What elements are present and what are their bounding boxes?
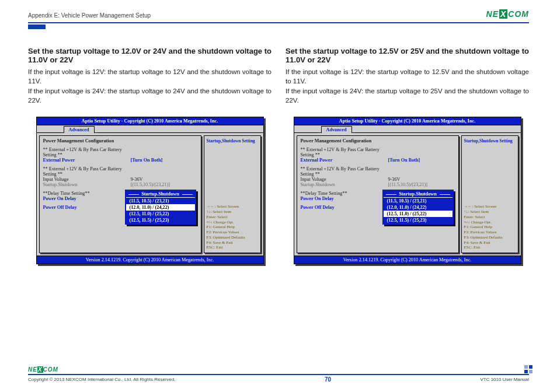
help-line: F3: Optimized Defaults <box>464 235 516 240</box>
right-paragraph-2: If the input voltage is 24V: the startup… <box>286 87 529 105</box>
input-voltage-value: 9-36V <box>131 177 143 182</box>
help-line: ESC: Exit <box>464 245 516 250</box>
bios-tabbar: Advanced <box>37 125 263 133</box>
help-line: F1: General Help <box>207 225 258 230</box>
bios-body: Power Management Configuration ** Extern… <box>37 133 263 256</box>
footer-rule <box>28 374 529 375</box>
delay-heading: **Delay Time Setting** <box>301 191 388 196</box>
help-line: F4: Save & Exit <box>207 240 258 246</box>
manual-name: VTC 1010 User Manual <box>480 377 529 382</box>
bios-window: Aptio Setup Utility - Copyright (C) 2010… <box>36 117 264 264</box>
startup-shutdown-label[interactable]: Startup.Shutdown <box>301 182 388 187</box>
help-line: F3: Optimized Defaults <box>207 235 258 240</box>
ext-heading-1: ** External +12V & By Pass Car Battery S… <box>301 147 388 158</box>
power-on-delay[interactable]: Power On Delay <box>43 196 131 201</box>
logo-small-com: COM <box>43 366 58 373</box>
bios-body: Power Management Configuration ** Extern… <box>294 133 521 256</box>
external-power-value[interactable]: [Turn On Both] <box>131 158 163 163</box>
help-line: Enter: Select <box>464 215 516 220</box>
left-paragraph-2: If the input voltage is 24V: the startup… <box>28 87 271 105</box>
external-power-value[interactable]: [Turn On Both] <box>388 158 420 163</box>
startup-shutdown-popup[interactable]: Startup.Shutdown (11.5, 10.5) / (23,21)(… <box>125 190 196 225</box>
help-line: ESC: Exit <box>207 245 258 250</box>
bios-left-pane: Power Management Configuration ** Extern… <box>297 135 459 253</box>
page-header: Appendix E: Vehicle Power Management Set… <box>0 0 557 21</box>
pm-config-title: Power Management Configuration <box>43 138 197 144</box>
help-line: F4: Save & Exit <box>464 240 516 246</box>
logo-part-com: COM <box>508 9 529 19</box>
external-power-label[interactable]: External Power <box>301 158 388 163</box>
popup-option[interactable]: (12.5, 11.5) / (25,23) <box>384 217 452 223</box>
help-line: ↑↓: Select Item <box>464 209 516 215</box>
bios-footer: Version 2.14.1219. Copyright (C) 2010 Am… <box>37 256 263 264</box>
pm-config-title: Power Management Configuration <box>301 138 455 144</box>
popup-option[interactable]: (12.5, 11.0) / (25,22) <box>384 211 452 217</box>
help-line: +/-: Change Opt. <box>207 220 258 225</box>
nexcom-logo: NEXCOM <box>486 9 529 19</box>
right-pane-title: Startup,Shutdown Setting <box>207 138 258 144</box>
bios-tab-advanced[interactable]: Advanced <box>321 126 352 133</box>
startup-shutdown-value: [(11.5,10.5)/(23,21)] <box>388 182 427 187</box>
logo-small-ne: NE <box>28 366 37 373</box>
bios-tab-advanced[interactable]: Advanced <box>64 126 95 133</box>
bios-screenshot-right: Aptio Setup Utility - Copyright (C) 2010… <box>294 117 521 264</box>
bios-titlebar: Aptio Setup Utility - Copyright (C) 2010… <box>37 117 263 125</box>
bios-right-pane: Startup,Shutdown Setting →←: Select Scre… <box>204 135 261 253</box>
power-off-delay[interactable]: Power Off Delay <box>43 205 131 210</box>
bios-window: Aptio Setup Utility - Copyright (C) 2010… <box>294 117 521 264</box>
popup-option[interactable]: (11.5, 10.5) / (23,21) <box>126 198 195 204</box>
bios-screenshot-left: Aptio Setup Utility - Copyright (C) 2010… <box>36 117 264 264</box>
popup-option[interactable]: (12.5, 11.5) / (25,23) <box>126 217 195 223</box>
logo-small-x: X <box>37 366 43 373</box>
ext-heading-2: ** External +12V & By Pass Car Battery S… <box>43 166 131 177</box>
help-line: F2: Previous Values <box>464 230 516 235</box>
startup-shutdown-popup[interactable]: Startup.Shutdown (11.5, 10.5) / (23,21)(… <box>382 190 454 225</box>
left-column: Set the startup voltage to 12.0V or 24V … <box>28 47 271 264</box>
ext-heading-1: ** External +12V & By Pass Car Battery S… <box>43 147 131 158</box>
help-line: Enter: Select <box>207 215 258 220</box>
power-on-delay[interactable]: Power On Delay <box>301 196 388 201</box>
page-number: 70 <box>325 376 331 383</box>
popup-option[interactable]: (11.5, 10.5) / (23,21) <box>384 198 452 204</box>
left-paragraph-1: If the input voltage is 12V: the startup… <box>28 68 271 86</box>
content-columns: Set the startup voltage to 12.0V or 24V … <box>0 29 557 264</box>
logo-part-x: X <box>499 9 507 19</box>
startup-shutdown-label[interactable]: Startup.Shutdown <box>43 182 131 187</box>
help-line: F1: General Help <box>464 225 516 230</box>
power-off-delay[interactable]: Power Off Delay <box>301 205 388 210</box>
bios-footer: Version 2.14.1219. Copyright (C) 2010 Am… <box>294 256 521 264</box>
help-line: F2: Previous Values <box>207 230 258 235</box>
help-line: ↑↓: Select Item <box>207 209 258 215</box>
right-pane-title: Startup,Shutdown Setting <box>464 138 516 144</box>
copyright-text: Copyright © 2013 NEXCOM International Co… <box>28 377 176 382</box>
popup-title: Startup.Shutdown <box>126 191 195 198</box>
delay-heading: **Delay Time Setting** <box>43 191 131 196</box>
input-voltage-label[interactable]: Input Voltage <box>43 177 131 182</box>
right-column: Set the startup voltage to 12.5V or 25V … <box>286 47 529 264</box>
popup-title: Startup.Shutdown <box>384 191 452 198</box>
bios-tabbar: Advanced <box>294 125 521 133</box>
bios-titlebar: Aptio Setup Utility - Copyright (C) 2010… <box>294 117 521 125</box>
help-line: +/-: Change Opt. <box>464 220 516 225</box>
help-line: →←: Select Screen <box>207 204 258 209</box>
input-voltage-value: 9-36V <box>388 177 401 182</box>
logo-part-ne: NE <box>486 9 499 19</box>
popup-option[interactable]: (12.5, 11.0) / (25,22) <box>126 211 195 217</box>
right-section-title: Set the startup voltage to 12.5V or 25V … <box>286 47 529 64</box>
help-key-list: →←: Select Screen↑↓: Select ItemEnter: S… <box>207 204 258 250</box>
help-line: →←: Select Screen <box>464 204 516 209</box>
bios-left-pane: Power Management Configuration ** Extern… <box>39 135 201 253</box>
header-rule <box>28 22 529 23</box>
page-footer: NEXCOM Copyright © 2013 NEXCOM Internati… <box>0 366 557 383</box>
appendix-title: Appendix E: Vehicle Power Management Set… <box>28 12 151 19</box>
corner-decoration <box>524 365 534 374</box>
popup-option[interactable]: (12.0, 11.0) / (24,22) <box>384 204 452 211</box>
help-key-list: →←: Select Screen↑↓: Select ItemEnter: S… <box>464 204 516 250</box>
popup-option[interactable]: (12.0, 11.0) / (24,22) <box>126 204 195 211</box>
left-section-title: Set the startup voltage to 12.0V or 24V … <box>28 47 271 64</box>
external-power-label[interactable]: External Power <box>43 158 131 163</box>
bios-right-pane: Startup,Shutdown Setting →←: Select Scre… <box>461 135 518 253</box>
input-voltage-label[interactable]: Input Voltage <box>301 177 388 182</box>
right-paragraph-1: If the input voltage is 12V: the startup… <box>286 68 529 86</box>
header-tab-decoration <box>28 24 46 29</box>
